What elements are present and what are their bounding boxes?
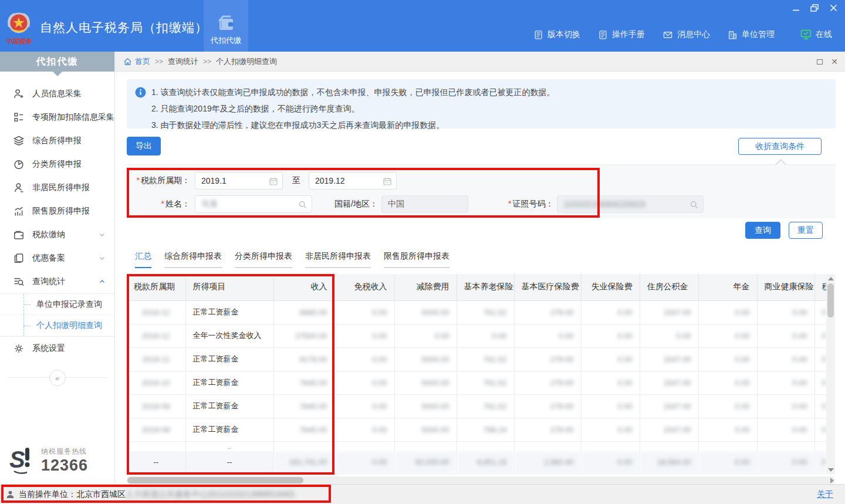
caret-up-icon xyxy=(775,159,786,170)
summary-row: ----161,741.000.0060,000.008,951.162,960… xyxy=(127,451,826,473)
restore-button[interactable] xyxy=(810,4,819,12)
tab-classified-income[interactable]: 分类所得申报表 xyxy=(235,251,292,268)
document-icon xyxy=(533,30,543,40)
period-to-input[interactable] xyxy=(309,172,397,190)
period-label: *税款所属期： xyxy=(127,175,190,186)
notice-line-2: 2. 只能查询2019年及之后的数据，不能进行跨年度查询。 xyxy=(151,100,830,117)
collapse-conditions-button[interactable]: 收折查询条件 xyxy=(738,138,822,155)
query-button[interactable]: 查询 xyxy=(745,222,780,239)
table-cell: 0.00 xyxy=(581,300,640,324)
table-cell: 0.00 xyxy=(757,300,814,324)
table-cell: 761.52 xyxy=(457,371,514,394)
person-icon xyxy=(13,182,25,194)
scroll-down-arrow[interactable] xyxy=(826,465,835,474)
menu-unit-management[interactable]: 单位管理 xyxy=(728,29,775,40)
chevron-up-icon xyxy=(98,278,106,286)
header-tab-label: 代扣代缴 xyxy=(211,35,241,46)
search-icon[interactable] xyxy=(689,200,699,209)
table-cell: 2019-09 xyxy=(127,394,185,418)
hotline-label: 纳税服务热线 xyxy=(41,447,88,456)
panel-close-icon[interactable]: ✕ xyxy=(831,57,838,66)
sidebar-item-comprehensive-income[interactable]: 综合所得申报 xyxy=(0,129,114,153)
table-cell: 0.00 xyxy=(457,324,514,347)
info-icon xyxy=(135,87,146,98)
vertical-scroll-thumb[interactable] xyxy=(827,283,834,317)
sidebar-item-classified-income[interactable]: 分类所得申报 xyxy=(0,153,114,176)
table-cell xyxy=(273,441,334,451)
table-row[interactable]: 2019-10正常工资薪金7645.000.005000.00761.52279… xyxy=(127,371,826,394)
bar-chart-icon xyxy=(13,205,25,217)
sidebar-item-tax-payment[interactable]: 税款缴纳 xyxy=(0,223,114,246)
pie-chart-icon xyxy=(13,158,25,170)
sidebar-item-nonresident-income[interactable]: 非居民所得申报 xyxy=(0,176,114,199)
column-header: 收入 xyxy=(273,274,334,300)
app-header: 中国税务 自然人电子税务局（扣缴端） 代扣代缴 版本切换 xyxy=(0,0,845,52)
table-cell: 正常工资薪金 xyxy=(185,394,273,418)
horizontal-scrollbar[interactable] xyxy=(127,476,835,484)
sidebar-subitem-unit-declaration-records[interactable]: 单位申报记录查询 xyxy=(0,294,114,315)
vertical-scrollbar[interactable] xyxy=(826,274,835,474)
table-cell: 0.0 xyxy=(814,324,826,347)
menu-online-status[interactable]: 在线 xyxy=(800,29,832,40)
wallet-tab-icon xyxy=(217,15,235,32)
header-menu: 版本切换 操作手册 消息中心 单位管理 xyxy=(533,29,832,40)
sidebar-item-special-deduction[interactable]: 专项附加扣除信息采集 xyxy=(0,106,114,129)
tab-summary[interactable]: 汇总 xyxy=(135,251,151,268)
sidebar-item-personnel-info[interactable]: 人员信息采集 xyxy=(0,82,114,106)
tab-restricted-shares[interactable]: 限售股所得申报表 xyxy=(384,251,449,268)
checklist-icon xyxy=(13,111,25,123)
calendar-icon[interactable] xyxy=(383,177,392,186)
menu-version-switch[interactable]: 版本切换 xyxy=(533,29,580,40)
nationality-input: 中国 xyxy=(381,195,468,213)
reset-button[interactable]: 重置 xyxy=(789,222,823,239)
sidebar-item-restricted-shares-income[interactable]: 限售股所得申报 xyxy=(0,199,114,223)
hotline-number: 12366 xyxy=(41,456,88,475)
name-input[interactable]: 马某 xyxy=(195,195,312,213)
summary-cell: 0.00 xyxy=(698,451,757,473)
table-cell xyxy=(757,441,814,451)
export-button[interactable]: 导出 xyxy=(127,137,161,155)
sidebar-menu: 人员信息采集 专项附加扣除信息采集 综合所得申报 分类所得申报 非居民所得申报 … xyxy=(0,82,114,386)
sidebar-item-system-settings[interactable]: 系统设置 xyxy=(0,337,114,360)
summary-cell: -- xyxy=(185,451,273,473)
menu-message-center[interactable]: 消息中心 xyxy=(663,29,710,40)
menu-operation-manual[interactable]: 操作手册 xyxy=(598,29,645,40)
sidebar-collapse-button[interactable]: « xyxy=(49,370,66,386)
tab-comprehensive-income[interactable]: 综合所得申报表 xyxy=(164,251,222,268)
table-cell: 正常工资薪金 xyxy=(185,418,273,441)
calendar-icon[interactable] xyxy=(269,177,278,186)
table-row[interactable]: 2019-12正常工资薪金9985.000.005000.00761.52279… xyxy=(127,300,826,324)
table-row[interactable]: 2019-09正常工资薪金7645.000.005000.00761.52279… xyxy=(127,394,826,418)
scroll-up-arrow[interactable] xyxy=(826,274,835,283)
summary-cell: 60,000.00 xyxy=(394,451,457,473)
panel-maximize-icon[interactable] xyxy=(817,59,823,65)
sidebar-subitem-personal-withholding-detail[interactable]: 个人扣缴明细查询 xyxy=(0,315,114,336)
header-tab-withholding[interactable]: 代扣代缴 xyxy=(204,0,248,52)
search-icon[interactable] xyxy=(298,200,307,209)
table-cell: 761.52 xyxy=(457,347,514,371)
table-cell: 全年一次性奖金收入 xyxy=(185,324,273,347)
table-cell: 0.00 xyxy=(698,324,757,347)
table-cell: 0.00 xyxy=(757,324,814,347)
table-row[interactable]: 2019-12全年一次性奖金收入27500.000.000.000.000.00… xyxy=(127,324,826,347)
table-cell: 1547.00 xyxy=(640,347,698,371)
table-row[interactable]: 2019-11正常工资薪金9178.000.005000.00761.52279… xyxy=(127,347,826,371)
table-cell: 0.0 xyxy=(814,394,826,418)
tab-nonresident-income[interactable]: 非居民所得申报表 xyxy=(305,251,371,268)
breadcrumb-home-link[interactable]: 首页 xyxy=(123,56,150,67)
table-row[interactable]: 2019-08正常工资薪金7645.000.005000.00798.24279… xyxy=(127,418,826,441)
period-from-input[interactable] xyxy=(195,172,283,190)
result-table-wrap: 税款所属期所得项目收入免税收入减除费用基本养老保险费基本医疗保险费失业保险费住房… xyxy=(127,274,826,474)
table-cell: 5000.00 xyxy=(394,394,457,418)
gear-icon xyxy=(13,343,25,354)
scroll-right-arrow[interactable] xyxy=(830,478,834,483)
about-link[interactable]: 关于 xyxy=(817,489,833,500)
horizontal-scroll-thumb[interactable] xyxy=(127,477,303,483)
sidebar-item-query-statistics[interactable]: 查询统计 xyxy=(0,270,114,293)
svg-text:中国税务: 中国税务 xyxy=(6,38,32,45)
sidebar-item-preference-filing[interactable]: 优惠备案 xyxy=(0,246,114,270)
close-button[interactable] xyxy=(829,4,838,12)
app-window: 中国税务 自然人电子税务局（扣缴端） 代扣代缴 版本切换 xyxy=(0,0,845,504)
table-cell: 279.00 xyxy=(514,418,581,441)
minimize-button[interactable] xyxy=(791,4,800,12)
